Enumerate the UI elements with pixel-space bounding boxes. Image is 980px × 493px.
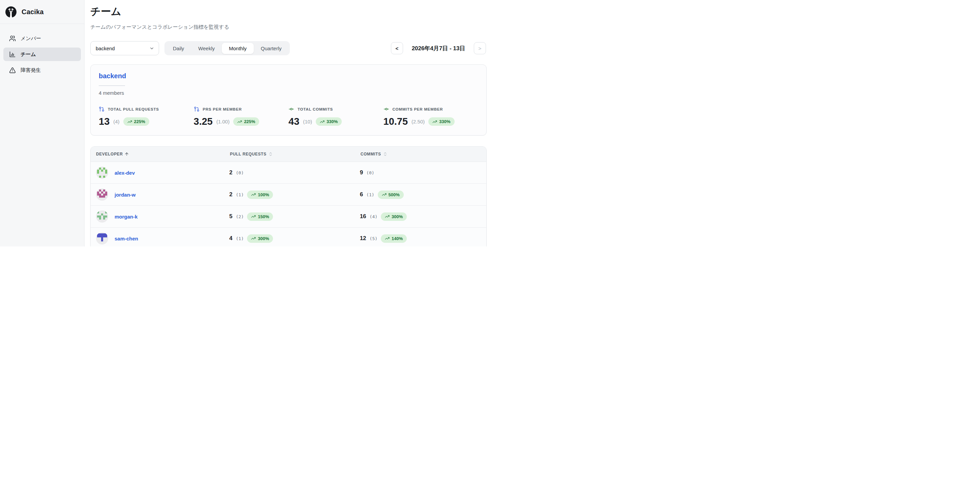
pull-requests-cell: 4(1)300% <box>224 235 355 243</box>
stat-total-commits: TOTAL COMMITS43(10)330% <box>288 106 383 126</box>
trending-up-icon <box>251 236 256 241</box>
trend-badge: 300% <box>381 212 407 221</box>
developer-link[interactable]: sam-chen <box>115 236 138 241</box>
trend-badge: 330% <box>428 117 454 126</box>
trend-badge: 225% <box>233 117 259 126</box>
chevron-down-icon <box>149 46 154 51</box>
stats-grid: TOTAL PULL REQUESTS13(4)225%PRS PER MEMB… <box>99 106 478 126</box>
sidebar: Cacika メンバーチーム障害発生 <box>0 0 84 247</box>
trend-value: 500% <box>388 192 400 197</box>
metric-secondary-value: (0) <box>236 170 243 176</box>
column-label: PULL REQUESTS <box>230 152 266 156</box>
period-tabs: DailyWeeklyMonthlyQuarterly <box>164 41 290 55</box>
trend-value: 330% <box>326 119 338 124</box>
table-body: alex-dev2(0)9(0)jordan-w2(1)100%6(1)500%… <box>91 162 486 247</box>
trend-badge: 225% <box>123 117 149 126</box>
stat-total-pull-requests: TOTAL PULL REQUESTS13(4)225% <box>99 106 194 126</box>
column-header-pull-requests[interactable]: PULL REQUESTS <box>224 152 355 156</box>
trend-badge: 100% <box>247 190 273 199</box>
trending-up-icon <box>382 192 387 197</box>
pull-requests-cell: 2(0) <box>224 169 355 176</box>
developer-cell: morgan-k <box>91 211 224 223</box>
trending-up-icon <box>385 214 390 219</box>
app-window: Cacika メンバーチーム障害発生 チーム チームのパフォーマンスとコラボレー… <box>0 0 490 247</box>
sidebar-item-label: 障害発生 <box>21 67 41 73</box>
page-subtitle: チームのパフォーマンスとコラボレーション指標を監視する <box>90 24 487 30</box>
developer-link[interactable]: jordan-w <box>115 192 136 198</box>
git-commit-icon <box>383 106 389 112</box>
stat-value: 43 <box>288 116 299 126</box>
column-label: COMMITS <box>361 152 381 156</box>
avatar <box>96 188 108 201</box>
sidebar-item-teams[interactable]: チーム <box>3 48 81 61</box>
deer-logo-icon <box>5 6 16 18</box>
git-pull-request-icon <box>99 106 105 112</box>
metric-value: 6 <box>360 191 363 198</box>
trend-badge: 500% <box>378 190 404 199</box>
sidebar-nav: メンバーチーム障害発生 <box>0 24 84 85</box>
stat-secondary-value: (1.00) <box>216 119 229 124</box>
developer-link[interactable]: morgan-k <box>115 214 137 220</box>
table-row: jordan-w2(1)100%6(1)500% <box>91 184 486 206</box>
metric-value: 4 <box>229 235 232 242</box>
trend-value: 300% <box>391 214 403 219</box>
metric-value: 5 <box>229 213 232 220</box>
commits-cell: 6(1)500% <box>355 190 486 199</box>
column-header-commits[interactable]: COMMITS <box>355 152 486 156</box>
identicon-pattern <box>97 168 107 178</box>
trending-up-icon <box>320 120 325 124</box>
stat-value-row: 10.75(2.50)330% <box>383 116 479 126</box>
team-select-value: backend <box>96 46 115 51</box>
page-title: チーム <box>90 5 487 19</box>
metric-secondary-value: (0) <box>366 170 374 176</box>
sort-asc-icon <box>124 152 129 156</box>
prev-period-button[interactable]: < <box>391 42 403 54</box>
trend-value: 140% <box>391 236 403 241</box>
identicon-pattern <box>97 233 107 244</box>
stat-commits-per-member: COMMITS PER MEMBER10.75(2.50)330% <box>383 106 479 126</box>
commits-cell: 12(5)140% <box>355 235 486 243</box>
metric-secondary-value: (1) <box>366 192 374 197</box>
trend-badge: 140% <box>381 235 407 243</box>
table-row: alex-dev2(0)9(0) <box>91 162 486 184</box>
sidebar-item-label: チーム <box>21 51 36 57</box>
sort-icon <box>383 152 388 156</box>
trend-badge: 300% <box>247 235 273 243</box>
tab-monthly[interactable]: Monthly <box>222 43 254 54</box>
trend-value: 225% <box>244 119 255 124</box>
trending-up-icon <box>433 120 437 124</box>
trend-value: 150% <box>258 214 269 219</box>
users-icon <box>9 35 16 42</box>
tab-quarterly[interactable]: Quarterly <box>254 43 289 54</box>
table-row: sam-chen4(1)300%12(5)140% <box>91 228 486 247</box>
pull-requests-cell: 5(2)150% <box>224 212 355 221</box>
brand-name: Cacika <box>22 8 44 16</box>
next-period-button[interactable]: > <box>474 42 486 54</box>
stat-label-row: PRS PER MEMBER <box>194 106 289 112</box>
card-divider <box>99 85 125 86</box>
sidebar-item-incidents[interactable]: 障害発生 <box>3 64 81 77</box>
stat-secondary-value: (4) <box>113 119 119 124</box>
sidebar-item-members[interactable]: メンバー <box>3 32 81 45</box>
stat-value: 3.25 <box>194 116 213 126</box>
trending-up-icon <box>251 192 256 197</box>
sidebar-item-label: メンバー <box>21 35 41 42</box>
tab-weekly[interactable]: Weekly <box>191 43 222 54</box>
stat-label: TOTAL PULL REQUESTS <box>108 107 159 111</box>
tab-daily[interactable]: Daily <box>166 43 191 54</box>
developer-cell: alex-dev <box>91 167 224 179</box>
pull-requests-cell: 2(1)100% <box>224 190 355 199</box>
stat-label: TOTAL COMMITS <box>298 107 333 111</box>
identicon-pattern <box>97 211 107 222</box>
team-select[interactable]: backend <box>90 41 159 55</box>
developer-link[interactable]: alex-dev <box>115 170 135 176</box>
developer-table: DEVELOPERPULL REQUESTSCOMMITS alex-dev2(… <box>90 146 487 247</box>
stat-value-row: 3.25(1.00)225% <box>194 116 289 126</box>
commits-cell: 16(4)300% <box>355 212 486 221</box>
avatar <box>96 167 108 179</box>
metric-secondary-value: (5) <box>370 236 377 241</box>
team-name-link[interactable]: backend <box>99 72 126 80</box>
column-header-developer[interactable]: DEVELOPER <box>91 152 224 156</box>
stat-value-row: 13(4)225% <box>99 116 194 126</box>
sort-icon <box>268 152 273 156</box>
